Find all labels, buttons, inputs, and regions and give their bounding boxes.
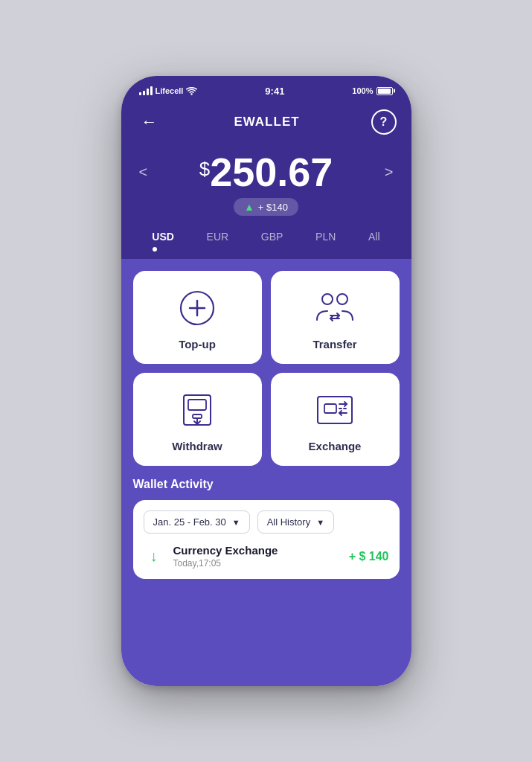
currency-tabs: USD EUR GBP PLN All	[121, 225, 411, 247]
active-tab-dot	[153, 247, 157, 252]
main-content: Top-up	[121, 259, 411, 686]
transfer-label: Transfer	[313, 338, 356, 350]
signal-icon	[139, 86, 153, 95]
svg-rect-10	[324, 404, 336, 413]
phone-shell: Lifecell 9:41 100% ← EWALLET ?	[121, 76, 411, 686]
status-time: 9:41	[265, 86, 284, 97]
transaction-amount: + $ 140	[349, 550, 389, 563]
withdraw-label: Withdraw	[172, 440, 222, 452]
svg-point-4	[337, 294, 347, 304]
transfer-icon	[314, 287, 356, 329]
balance-nav-right[interactable]: >	[382, 161, 397, 184]
svg-rect-6	[188, 400, 206, 410]
exchange-icon	[314, 389, 356, 431]
topup-icon	[176, 287, 218, 329]
balance-amount: $ 250.67	[199, 152, 333, 192]
change-up-icon: ▲	[244, 201, 254, 213]
filter-row: Jan. 25 - Feb. 30 ▼ All History ▼	[144, 510, 389, 534]
wifi-icon	[186, 87, 197, 95]
balance-row: < $ 250.67 >	[136, 152, 397, 192]
history-filter-dropdown[interactable]: All History ▼	[257, 510, 334, 534]
transfer-card[interactable]: Transfer	[271, 271, 400, 364]
tab-all[interactable]: All	[361, 225, 388, 247]
activity-card: Jan. 25 - Feb. 30 ▼ All History ▼ ↓ Curr…	[133, 500, 400, 579]
tab-eur[interactable]: EUR	[199, 225, 237, 247]
date-filter-chevron: ▼	[232, 518, 240, 527]
tab-pln[interactable]: PLN	[308, 225, 343, 247]
status-right: 100%	[352, 86, 393, 95]
exchange-card[interactable]: Exchange	[271, 373, 400, 466]
down-arrow-icon: ↓	[150, 548, 158, 565]
withdraw-icon	[176, 389, 218, 431]
carrier-name: Lifecell	[156, 86, 184, 95]
header: ← EWALLET ?	[121, 103, 411, 144]
battery-icon	[376, 87, 393, 95]
action-grid: Top-up	[121, 259, 411, 475]
transaction-time: Today,17:05	[173, 558, 340, 569]
balance-change-badge: ▲ + $140	[234, 198, 298, 216]
date-filter-dropdown[interactable]: Jan. 25 - Feb. 30 ▼	[144, 510, 250, 534]
help-button[interactable]: ?	[371, 109, 397, 135]
page-title: EWALLET	[234, 115, 299, 129]
tab-indicator-row	[121, 247, 411, 259]
balance-number: 250.67	[210, 152, 333, 192]
date-filter-label: Jan. 25 - Feb. 30	[153, 516, 226, 528]
wallet-activity-title: Wallet Activity	[133, 478, 400, 491]
tab-usd[interactable]: USD	[144, 225, 182, 247]
withdraw-card[interactable]: Withdraw	[133, 373, 262, 466]
help-icon: ?	[380, 115, 388, 129]
status-left: Lifecell	[139, 86, 198, 95]
plus-circle-icon	[178, 289, 217, 327]
exchange-currency-icon	[314, 391, 356, 429]
status-bar: Lifecell 9:41 100%	[121, 76, 411, 103]
battery-fill	[378, 89, 390, 94]
transaction-row: ↓ Currency Exchange Today,17:05 + $ 140	[144, 544, 389, 569]
back-arrow-icon: ←	[141, 114, 158, 130]
history-filter-label: All History	[267, 516, 311, 528]
withdraw-atm-icon	[178, 391, 217, 429]
battery-percent: 100%	[352, 86, 373, 95]
transaction-info: Currency Exchange Today,17:05	[173, 544, 340, 569]
wallet-activity: Wallet Activity Jan. 25 - Feb. 30 ▼ All …	[121, 475, 411, 588]
transaction-direction-icon: ↓	[144, 546, 164, 567]
back-button[interactable]: ←	[136, 109, 163, 135]
transaction-name: Currency Exchange	[173, 544, 340, 557]
svg-rect-9	[318, 397, 352, 423]
svg-point-3	[322, 294, 333, 304]
transfer-people-icon	[314, 289, 356, 327]
history-filter-chevron: ▼	[316, 518, 324, 527]
balance-section: < $ 250.67 > ▲ + $140	[121, 144, 411, 225]
topup-label: Top-up	[179, 338, 216, 350]
balance-change-text: + $140	[258, 202, 288, 213]
balance-nav-left[interactable]: <	[136, 161, 151, 184]
currency-symbol: $	[199, 158, 210, 181]
tab-gbp[interactable]: GBP	[254, 225, 291, 247]
exchange-label: Exchange	[309, 440, 362, 452]
topup-card[interactable]: Top-up	[133, 271, 262, 364]
